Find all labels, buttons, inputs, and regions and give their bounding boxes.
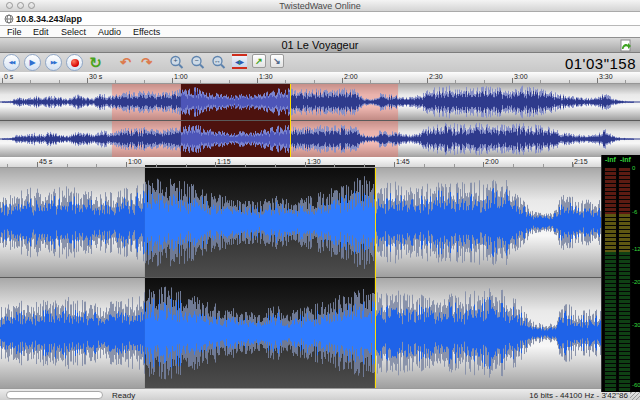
ruler-minor-tick <box>370 80 371 83</box>
redo-button[interactable]: ↷ <box>138 54 155 71</box>
meter-led-segment <box>619 256 630 259</box>
meter-led-segment <box>619 196 630 199</box>
forward-button[interactable]: ▶▶ <box>45 54 62 71</box>
ruler-tick-label: 1:30 <box>259 73 273 80</box>
play-button[interactable]: ▶ <box>24 54 41 71</box>
meter-led-segment <box>619 234 630 237</box>
meter-led-segment <box>619 276 630 279</box>
meter-led-segment <box>619 380 630 383</box>
ruler-minor-tick <box>229 80 230 83</box>
loop-icon: ↻ <box>89 55 102 70</box>
ruler-minor-tick <box>156 164 157 167</box>
meter-scale-label: -60 <box>632 382 640 388</box>
ruler-minor-tick <box>245 164 246 167</box>
menu-item-effects[interactable]: Effects <box>133 26 160 38</box>
ruler-tick-label: 1:00 <box>128 158 142 165</box>
meter-led-segment <box>605 230 616 233</box>
overview-playhead[interactable] <box>290 84 291 157</box>
meter-led-segment <box>605 332 616 335</box>
ruler-major-tick <box>87 78 88 83</box>
menu-bar: FileEditSelectAudioEffects <box>0 26 640 38</box>
ruler-minor-tick <box>454 164 455 167</box>
svg-text:↔: ↔ <box>214 57 221 64</box>
meter-led-segment <box>605 214 616 217</box>
meter-led-segment <box>605 380 616 383</box>
url-text[interactable]: 10.8.34.243/app <box>16 14 82 24</box>
meter-led-segment <box>619 204 630 207</box>
ruler-minor-tick <box>314 80 315 83</box>
meter-led-segment <box>605 264 616 267</box>
ruler-tick-label: 45 s <box>39 158 52 165</box>
main-waveform-left[interactable] <box>0 168 601 277</box>
record-button[interactable] <box>66 54 83 71</box>
url-bar[interactable]: 10.8.34.243/app <box>0 12 640 26</box>
zoom-out-button[interactable]: − <box>189 54 206 71</box>
overview-waveform-right[interactable] <box>0 121 640 157</box>
meter-led-segment <box>619 340 630 343</box>
ruler-major-tick <box>305 162 306 167</box>
selection-range-indicator <box>145 165 375 167</box>
meter-led-segment <box>619 356 630 359</box>
menu-item-audio[interactable]: Audio <box>98 26 121 38</box>
meter-scale-label: 0 <box>632 165 635 171</box>
meter-led-segment <box>605 172 616 175</box>
meter-column-right <box>618 168 631 390</box>
menu-item-select[interactable]: Select <box>61 26 86 38</box>
main-waveform-right[interactable] <box>0 278 601 388</box>
meter-scale-label: -30 <box>632 322 640 328</box>
main-playhead[interactable] <box>375 168 376 388</box>
main-ruler[interactable]: 45 s1:001:151:301:452:002:15 <box>0 157 601 168</box>
ruler-minor-tick <box>399 80 400 83</box>
meter-led-segment <box>605 292 616 295</box>
meter-led-segment <box>619 288 630 291</box>
meter-led-segment <box>619 222 630 225</box>
meter-led-segment <box>619 260 630 263</box>
ruler-major-tick <box>257 78 258 83</box>
zoom-fit-button[interactable]: ↔ <box>210 54 227 71</box>
zoom-selection-button[interactable]: ◀↕▶ <box>232 54 247 69</box>
ruler-major-tick <box>483 162 484 167</box>
zoom-in-button[interactable]: + <box>168 54 185 71</box>
ruler-minor-tick <box>540 80 541 83</box>
menu-item-edit[interactable]: Edit <box>33 26 49 38</box>
menu-item-file[interactable]: File <box>7 26 22 38</box>
ruler-minor-tick <box>275 164 276 167</box>
meter-led-segment <box>605 368 616 371</box>
overview-ruler[interactable]: 0 s30 s1:001:302:002:303:003:30 <box>0 72 640 84</box>
zoom-fit-icon: ↔ <box>211 55 227 71</box>
ruler-minor-tick <box>30 80 31 83</box>
undo-button[interactable]: ↶ <box>117 54 134 71</box>
ruler-major-tick <box>2 78 3 83</box>
meter-led-segment <box>619 308 630 311</box>
overview-waveform-left[interactable] <box>0 84 640 120</box>
meter-led-segment <box>619 230 630 233</box>
meter-led-segment <box>619 218 630 221</box>
level-meters: -inf-inf0-6-12-20-30-60 <box>601 155 640 392</box>
rewind-button[interactable]: ◀◀ <box>3 54 20 71</box>
ruler-minor-tick <box>285 80 286 83</box>
ruler-major-tick <box>37 162 38 167</box>
meter-led-segment <box>605 234 616 237</box>
meter-led-segment <box>619 364 630 367</box>
horizontal-scrollbar-thumb[interactable] <box>6 391 103 399</box>
meter-led-segment <box>605 384 616 387</box>
meter-led-segment <box>605 344 616 347</box>
meter-led-segment <box>605 276 616 279</box>
globe-icon <box>4 14 14 24</box>
browser-titlebar: TwistedWave Online <box>0 0 640 12</box>
meter-scale-label: -20 <box>632 279 640 285</box>
ruler-minor-tick <box>543 164 544 167</box>
meter-led-segment <box>605 320 616 323</box>
meter-led-segment <box>605 300 616 303</box>
meter-led-segment <box>619 264 630 267</box>
save-upload-icon[interactable] <box>619 38 633 52</box>
meter-led-segment <box>605 336 616 339</box>
meter-led-segment <box>619 296 630 299</box>
ruler-tick-label: 3:30 <box>599 73 613 80</box>
meter-led-segment <box>619 180 630 183</box>
loop-button[interactable]: ↻ <box>87 54 104 71</box>
ruler-minor-tick <box>59 80 60 83</box>
vertical-zoom-out-button[interactable]: ↘ <box>270 54 284 68</box>
vertical-zoom-in-button[interactable]: ↗ <box>252 54 266 68</box>
ruler-minor-tick <box>144 80 145 83</box>
